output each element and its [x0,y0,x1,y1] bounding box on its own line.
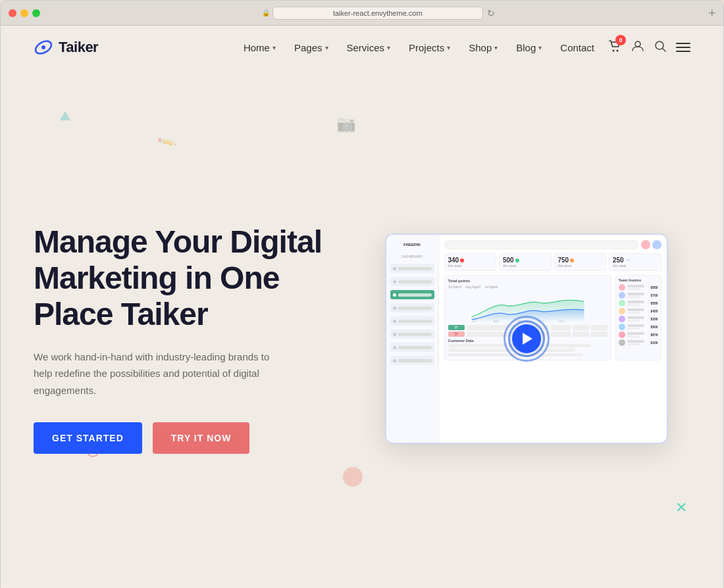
user-icon[interactable] [631,39,644,56]
nav-item-services[interactable]: Services ▾ [347,42,391,53]
nav-item-pages[interactable]: Pages ▾ [294,42,328,53]
navbar: Taiker Home ▾ Pages ▾ Services ▾ Project… [1,26,723,69]
db-invoice-row-8: $100 [619,339,658,346]
page-content: ✏️ 📷 ✕ Taiker Home ▾ Pages ▾ [1,26,723,588]
dot-close[interactable] [9,9,16,17]
dot-maximize[interactable] [32,9,40,17]
db-search-bar [444,240,638,249]
dashboard-main: 340 this week 500 [439,235,667,443]
db-sidebar-item [390,316,434,326]
db-avatar-row [641,240,661,249]
nav-icons: 0 [608,39,690,56]
nav-item-blog[interactable]: Blog ▾ [516,42,542,53]
hero-left: Manage Your Digital Marketing in One Pla… [34,210,362,454]
user-svg [631,39,644,53]
db-sidebar-item-active [390,290,434,299]
hero-right: FREEPIK DASHBOARD [362,220,690,444]
dashboard-mockup: FREEPIK DASHBOARD [385,233,668,444]
db-avatar [641,240,650,249]
db-invoice-row-7: $876 [619,331,658,338]
db-invoice-row-6: $500 [619,324,658,330]
refresh-icon[interactable]: ↻ [487,8,495,18]
new-tab-button[interactable]: + [708,7,715,19]
cart-badge: 0 [615,35,626,45]
svg-point-2 [613,50,615,52]
cart-button[interactable]: 0 [608,39,622,56]
play-outer-ring [504,316,550,362]
chevron-icon: ▾ [494,44,498,51]
chevron-icon: ▾ [538,44,542,51]
db-invoice-row-1: $550 [619,284,658,291]
nav-item-home[interactable]: Home ▾ [244,42,276,53]
db-stat-card-2: 500 this week [499,253,552,271]
chevron-icon: ▾ [387,44,390,51]
db-invoice-row-4: $455 [619,308,658,314]
address-input[interactable]: taiker-react.envytheme.com [272,7,483,20]
db-chart-subtitle: Jul Agent Aug Agent Jul Agent [448,285,608,289]
play-triangle-icon [523,333,532,345]
hero-section: Manage Your Digital Marketing in One Pla… [1,69,723,582]
svg-point-4 [635,41,640,47]
hero-buttons: GET STARTED TRY IT NOW [34,422,336,454]
nav-item-shop[interactable]: Shop ▾ [469,42,498,53]
logo[interactable]: Taiker [34,37,98,57]
chevron-icon: ▾ [272,44,276,51]
db-invoice-title: Team Invoice [619,278,658,282]
db-header: FREEPIK [390,241,434,248]
dashboard-sidebar: FREEPIK DASHBOARD [386,235,439,443]
play-button[interactable] [504,316,550,362]
address-bar: 🔒 taiker-react.envytheme.com ↻ [48,7,708,20]
db-sidebar-item [390,264,434,273]
db-invoice-card: Team Invoice $550 [615,275,661,360]
svg-text:JUL: JUL [471,320,477,322]
db-sidebar-item [390,330,434,339]
db-invoice-row-3: $550 [619,300,658,306]
svg-text:NOV: NOV [559,320,565,322]
search-icon[interactable] [654,39,667,56]
db-top-bar [444,240,661,249]
logo-icon [34,37,53,57]
db-sidebar-item [390,303,434,312]
play-middle-ring [508,320,545,357]
db-right-panel: Team Invoice $550 [615,275,661,360]
browser-dots [9,9,40,17]
try-it-now-button[interactable]: TRY IT NOW [153,422,250,454]
db-chart-title: Total points [448,279,608,283]
search-svg [654,39,667,53]
db-stat-card-3: 750 this week [554,253,607,271]
dot-minimize[interactable] [20,9,28,17]
chevron-icon: ▾ [447,44,450,51]
db-sidebar-item [390,356,434,365]
db-avatar [652,240,661,249]
db-stats-row: 340 this week 500 [444,253,661,271]
logo-text: Taiker [59,39,98,56]
nav-menu: Home ▾ Pages ▾ Services ▾ Projects ▾ Sho… [244,42,594,53]
db-sidebar-label: DASHBOARD [390,255,434,258]
chevron-icon: ▾ [325,44,328,51]
svg-point-3 [617,50,619,52]
hamburger-menu-button[interactable] [676,43,690,52]
db-invoice-row-2: $700 [619,292,658,299]
db-stat-card-1: 340 this week [444,253,497,271]
db-sidebar-item [390,277,434,286]
hero-subtitle: We work hand-in-hand with industry-leadi… [34,349,284,399]
db-invoice-row-5: $250 [619,316,658,322]
svg-point-1 [41,45,45,49]
nav-item-contact[interactable]: Contact [560,42,594,53]
lock-icon: 🔒 [262,9,270,16]
nav-item-projects[interactable]: Projects ▾ [409,42,450,53]
db-sidebar-item [390,343,434,352]
get-started-button[interactable]: GET STARTED [34,422,142,454]
svg-text:AUG: AUG [493,320,499,322]
db-stat-card-4: 250 → this week [609,253,661,271]
browser-titlebar: 🔒 taiker-react.envytheme.com ↻ + [1,1,723,26]
svg-line-6 [663,49,665,51]
play-inner-button[interactable] [512,324,541,353]
hero-title: Manage Your Digital Marketing in One Pla… [34,224,336,333]
svg-point-5 [656,41,663,49]
db-chart-area: Total points Jul Agent Aug Agent Jul Age… [444,275,661,360]
